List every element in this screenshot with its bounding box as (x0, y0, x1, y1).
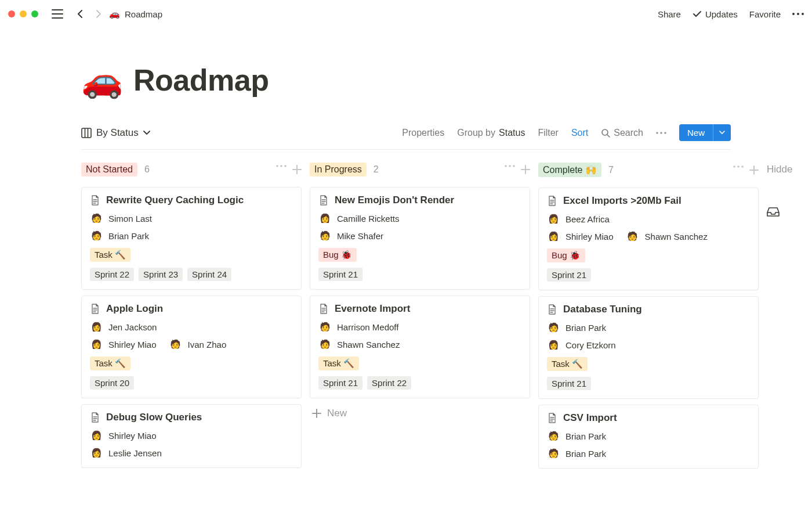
svg-point-1 (797, 13, 799, 15)
card[interactable]: Apple Login👩Jen Jackson👩Shirley Miao🧑Iva… (81, 296, 302, 398)
avatar: 👩 (90, 429, 103, 442)
card[interactable]: Evernote Import🧑Harrison Medoff🧑Shawn Sa… (310, 296, 530, 398)
view-controls: By Status Properties Group by Status Fil… (81, 124, 731, 148)
page-icon (318, 195, 329, 206)
column-more-icon[interactable] (505, 165, 515, 174)
board-column: Complete 🙌7Excel Imports >20Mb Fail👩Beez… (538, 163, 759, 474)
hidden-groups-column[interactable]: Hidde (767, 163, 812, 474)
card[interactable]: CSV Import🧑Brian Park🧑Brian Park (538, 405, 759, 469)
card[interactable]: Database Tuning🧑Brian Park👩Cory EtzkornT… (538, 296, 759, 399)
window-close[interactable] (8, 10, 15, 17)
page-icon (547, 413, 557, 423)
avatar: 👩 (90, 338, 103, 351)
nav-back-icon[interactable] (72, 5, 89, 23)
share-button[interactable]: Share (658, 9, 681, 19)
properties-button[interactable]: Properties (402, 128, 444, 138)
page-icon[interactable]: 🚗 (81, 60, 123, 100)
avatar: 🧑 (547, 321, 560, 334)
type-tag: Task 🔨 (90, 248, 130, 262)
kanban-board: Not Started6Rewrite Query Caching Logic🧑… (81, 163, 731, 474)
svg-point-11 (505, 165, 507, 167)
avatar: 🧑 (318, 338, 331, 351)
more-icon[interactable] (792, 13, 804, 15)
column-add-icon[interactable] (749, 165, 759, 175)
column-add-icon[interactable] (292, 165, 302, 174)
page-title: 🚗 Roadmap (81, 60, 731, 100)
avatar: 👩 (547, 212, 560, 225)
card-people: 🧑Brian Park👩Cory Etzkorn (547, 321, 750, 351)
card-title: Excel Imports >20Mb Fail (563, 195, 682, 207)
status-pill[interactable]: Complete 🙌 (538, 163, 601, 177)
person: 👩Camille Ricketts (318, 212, 521, 225)
card[interactable]: Debug Slow Queries👩Shirley Miao👩Leslie J… (81, 404, 302, 468)
page-title-text[interactable]: Roadmap (133, 63, 269, 98)
person-name: Brian Park (566, 449, 606, 459)
avatar: 🧑 (547, 430, 560, 442)
avatar: 🧑 (318, 229, 331, 242)
card[interactable]: New Emojis Don't Render👩Camille Ricketts… (310, 187, 530, 290)
person-inline-row: 👩Shirley Miao🧑Ivan Zhao (90, 338, 293, 351)
page-icon (90, 195, 100, 206)
sprint-tag: Sprint 24 (187, 268, 231, 281)
hidden-groups-label: Hidde (767, 164, 812, 175)
avatar: 👩 (547, 230, 560, 243)
avatar: 👩 (547, 338, 560, 351)
add-card-button[interactable]: New (310, 404, 530, 423)
group-by-button[interactable]: Group by Status (457, 128, 525, 138)
filter-button[interactable]: Filter (538, 128, 559, 138)
window-minimize[interactable] (20, 10, 27, 17)
person-name: Mike Shafer (337, 231, 383, 241)
favorite-button[interactable]: Favorite (749, 9, 781, 19)
sprint-tag: Sprint 21 (547, 377, 591, 390)
card-title: Debug Slow Queries (106, 412, 202, 423)
avatar: 🧑 (169, 338, 182, 351)
person-name: Brian Park (566, 323, 606, 333)
sprint-tag: Sprint 22 (90, 268, 134, 281)
card[interactable]: Excel Imports >20Mb Fail👩Beez Africa👩Shi… (538, 188, 759, 290)
page-icon (547, 196, 557, 206)
card[interactable]: Rewrite Query Caching Logic🧑Simon Last🧑B… (81, 187, 302, 290)
svg-point-9 (280, 165, 282, 167)
sidebar-toggle-icon[interactable] (49, 5, 66, 23)
card-title: Apple Login (106, 303, 163, 315)
updates-button[interactable]: Updates (693, 9, 738, 19)
breadcrumb[interactable]: 🚗 Roadmap (109, 9, 162, 19)
inbox-icon[interactable] (767, 207, 812, 217)
sprint-tag: Sprint 23 (139, 268, 183, 281)
person: 👩Leslie Jensen (90, 446, 293, 459)
divider (81, 149, 731, 150)
card-title: New Emojis Don't Render (335, 194, 454, 206)
svg-rect-3 (82, 128, 91, 138)
column-more-icon[interactable] (276, 165, 287, 174)
board-column: In Progress2New Emojis Don't Render👩Cami… (310, 163, 530, 474)
window-zoom[interactable] (31, 10, 38, 17)
sort-button[interactable]: Sort (571, 128, 588, 138)
search-button[interactable]: Search (601, 128, 643, 138)
view-more-icon[interactable] (656, 132, 666, 134)
person-inline-row: 👩Shirley Miao🧑Shawn Sanchez (547, 230, 750, 243)
card-title: Rewrite Query Caching Logic (106, 194, 244, 206)
person: 🧑Brian Park (547, 430, 750, 442)
column-add-icon[interactable] (521, 165, 530, 174)
person: 👩Jen Jackson (90, 320, 293, 333)
status-pill[interactable]: In Progress (310, 163, 367, 176)
view-switcher[interactable]: By Status (81, 127, 150, 139)
status-pill[interactable]: Not Started (81, 163, 137, 176)
column-count: 6 (144, 164, 150, 175)
new-dropdown-icon[interactable] (713, 124, 731, 141)
column-header: In Progress2 (310, 163, 530, 176)
card-people: 🧑Brian Park🧑Brian Park (547, 430, 750, 460)
person: 👩Beez Africa (547, 212, 750, 225)
person: 🧑Mike Shafer (318, 229, 521, 242)
card-people: 👩Beez Africa👩Shirley Miao🧑Shawn Sanchez (547, 212, 750, 243)
person-name: Shawn Sanchez (337, 340, 400, 350)
person: 🧑Harrison Medoff (318, 320, 521, 333)
svg-point-6 (660, 132, 662, 134)
topbar: 🚗 Roadmap Share Updates Favorite (0, 0, 812, 28)
new-button[interactable]: New (679, 124, 731, 141)
avatar: 🧑 (90, 229, 103, 242)
column-more-icon[interactable] (733, 165, 744, 175)
card-people: 👩Shirley Miao👩Leslie Jensen (90, 429, 293, 459)
person: 🧑Brian Park (547, 321, 750, 334)
svg-point-2 (802, 13, 804, 15)
